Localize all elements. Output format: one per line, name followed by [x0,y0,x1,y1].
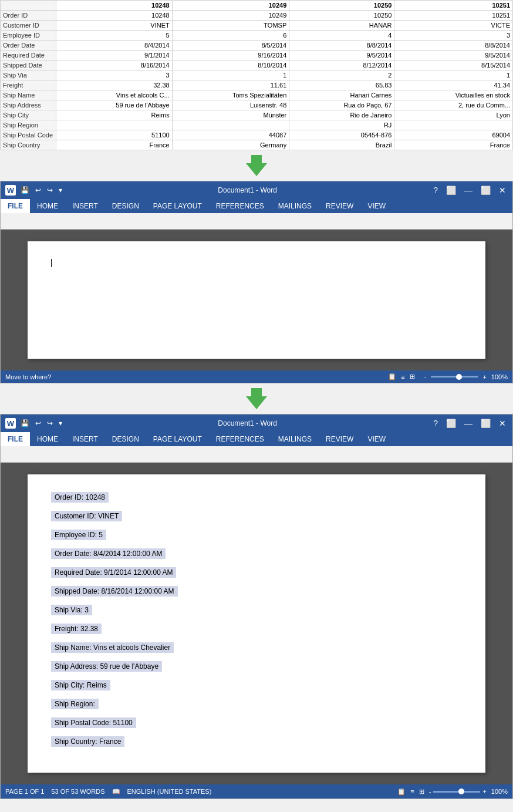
tab-home-2[interactable]: HOME [30,432,65,446]
tab-design-2[interactable]: DESIGN [105,432,146,446]
doc-field-10: Ship City: Reims [51,680,462,694]
tab-mailings-1[interactable]: MAILINGS [271,199,319,213]
doc-field-text-2: Employee ID: 5 [51,530,106,540]
tab-design-1[interactable]: DESIGN [105,199,146,213]
cell-2-3: 3 [394,31,513,41]
doc-field-4: Required Date: 9/1/2014 12:00:00 AM [51,567,462,581]
doc-field-text-7: Freight: 32.38 [51,624,102,634]
minimize-btn-1[interactable]: — [463,186,474,195]
table-row: Freight32.3811.6165.8341.34 [1,80,513,90]
table-header-col-2: 10250 [289,1,394,11]
tab-page-layout-2[interactable]: PAGE LAYOUT [146,432,209,446]
tab-page-layout-1[interactable]: PAGE LAYOUT [146,199,209,213]
restore-btn-2[interactable]: ⬜ [444,419,458,428]
minimize-btn-2[interactable]: — [463,419,474,428]
table-row: Shipped Date8/16/20148/10/20148/12/20148… [1,60,513,70]
cell-8-0: Vins et alcools C... [56,90,173,100]
titlebar-left-1: W 💾 ↩ ↪ ▾ [5,185,63,196]
tab-view-2[interactable]: VIEW [360,432,393,446]
zoom-track-1[interactable] [431,376,478,378]
page-info: PAGE 1 OF 1 [5,788,44,795]
web-icon-2: ⊞ [419,788,424,796]
proofing-icon: 📖 [112,788,120,796]
table-row: Ship Address59 rue de l'AbbayeLuisenstr.… [1,100,513,110]
cell-7-0: 32.38 [56,80,173,90]
tab-review-1[interactable]: REVIEW [319,199,360,213]
doc-field-6: Ship Via: 3 [51,605,462,619]
restore-btn-1[interactable]: ⬜ [444,186,458,195]
cell-13-0: France [56,140,173,150]
row-label-12: Ship Postal Code [1,130,56,140]
row-label-7: Freight [1,80,56,90]
cell-11-3 [394,120,513,130]
cell-9-3: 2, rue du Comm... [394,100,513,110]
doc-field-text-9: Ship Address: 59 rue de l'Abbaye [51,661,162,672]
help-btn-2[interactable]: ? [431,419,440,428]
word-window-1: W 💾 ↩ ↪ ▾ Document1 - Word ? ⬜ — ⬜ ✕ FIL… [0,181,513,383]
close-btn-1[interactable]: ✕ [497,186,508,195]
save-btn-2[interactable]: 💾 [19,419,31,427]
tab-home-1[interactable]: HOME [30,199,65,213]
row-label-2: Employee ID [1,31,56,41]
tab-file-1[interactable]: FILE [1,199,30,213]
zoom-plus-2[interactable]: + [482,788,486,795]
maximize-btn-1[interactable]: ⬜ [479,186,492,195]
zoom-minus-1[interactable]: - [424,373,427,380]
tab-file-2[interactable]: FILE [1,432,30,446]
read-icon-2: ≡ [410,788,414,795]
redo-btn-1[interactable]: ↪ [46,186,54,194]
cell-11-2: RJ [289,120,394,130]
titlebar-1: W 💾 ↩ ↪ ▾ Document1 - Word ? ⬜ — ⬜ ✕ [1,181,512,199]
cell-10-1: Münster [172,110,289,120]
tab-insert-1[interactable]: INSERT [65,199,105,213]
cell-13-2: Brazil [289,140,394,150]
doc-field-text-13: Ship Country: France [51,736,124,747]
zoom-thumb-1 [456,374,462,380]
row-label-1: Customer ID [1,21,56,31]
maximize-btn-2[interactable]: ⬜ [479,419,492,428]
zoom-track-2[interactable] [433,791,480,793]
ribbon-2: FILEHOMEINSERTDESIGNPAGE LAYOUTREFERENCE… [1,432,512,446]
cell-3-0: 8/4/2014 [56,41,173,50]
titlebar-title-2: Document1 - Word [63,419,431,427]
tab-view-1[interactable]: VIEW [360,199,393,213]
doc-field-text-11: Ship Region: [51,699,99,709]
undo-btn-1[interactable]: ↩ [34,186,42,194]
tab-mailings-2[interactable]: MAILINGS [271,432,319,446]
doc-field-9: Ship Address: 59 rue de l'Abbaye [51,661,462,675]
close-btn-2[interactable]: ✕ [497,419,508,428]
zoom-minus-2[interactable]: - [429,788,431,795]
cell-0-0: 10248 [56,11,173,21]
cell-12-1: 44087 [172,130,289,140]
tab-references-1[interactable]: REFERENCES [209,199,271,213]
table-row: Ship CityReimsMünsterRio de JaneiroLyon [1,110,513,120]
qat-more-btn-1[interactable]: ▾ [58,186,63,194]
save-btn-1[interactable]: 💾 [19,186,31,194]
undo-btn-2[interactable]: ↩ [34,419,42,427]
titlebar-title-1: Document1 - Word [63,186,431,194]
doc-field-13: Ship Country: France [51,736,462,750]
tab-review-2[interactable]: REVIEW [319,432,360,446]
zoom-slider-2: - + [429,788,487,795]
table-row: Ship RegionRJ [1,120,513,130]
row-label-4: Required Date [1,50,56,60]
doc-page-1[interactable] [28,241,485,359]
doc-field-text-3: Order Date: 8/4/2014 12:00:00 AM [51,548,166,559]
cell-6-1: 1 [172,70,289,80]
layout-icon-2: 📋 [397,788,406,796]
zoom-plus-1[interactable]: + [482,373,486,380]
data-table-section: 10248102491025010251Order ID102481024910… [0,0,513,150]
qat-more-btn-2[interactable]: ▾ [58,419,63,427]
row-label-13: Ship Country [1,140,56,150]
doc-field-text-6: Ship Via: 3 [51,605,92,615]
redo-btn-2[interactable]: ↪ [46,419,54,427]
tab-references-2[interactable]: REFERENCES [209,432,271,446]
cell-6-0: 3 [56,70,173,80]
doc-page-2[interactable]: Order ID: 10248Customer ID: VINETEmploye… [28,474,485,773]
table-header-col-1: 10249 [172,1,289,11]
tab-insert-2[interactable]: INSERT [65,432,105,446]
cell-2-2: 4 [289,31,394,41]
table-row: Ship CountryFranceGermanyBrazilFrance [1,140,513,150]
cell-1-1: TOMSP [172,21,289,31]
help-btn-1[interactable]: ? [431,186,440,195]
